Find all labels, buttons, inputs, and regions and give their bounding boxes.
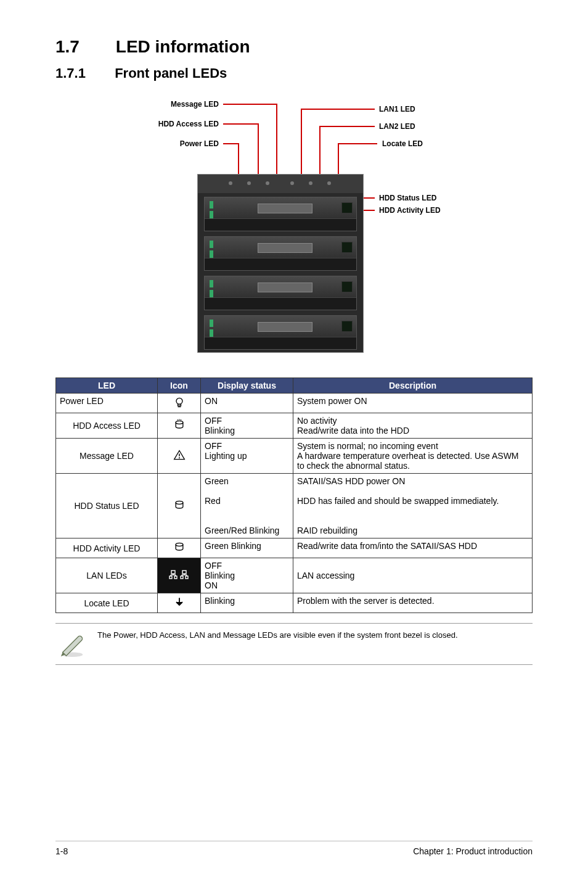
cell-description: Read/write data from/into the SATAII/SAS…: [293, 538, 533, 558]
cell-description: SATAII/SAS HDD power ON HDD has failed a…: [293, 474, 533, 538]
hdd-cylinder-icon: [173, 541, 186, 553]
lan-pair-icon: [169, 569, 190, 580]
section-number: 1.7: [55, 37, 111, 57]
cell-description: System power ON: [293, 394, 533, 413]
svg-rect-1: [178, 404, 181, 406]
cell-status: Green Red Green/Red Blinking: [201, 474, 293, 538]
cell-led-name: Locate LED: [56, 593, 158, 613]
svg-rect-20: [186, 576, 188, 579]
table-row: HDD Access LED OFF Blinking No activity …: [56, 413, 533, 439]
cell-icon: [158, 593, 201, 613]
cell-icon: [158, 439, 201, 474]
led-diagram: Message LED HDD Access LED Power LED LAN…: [55, 94, 533, 359]
cell-description: Problem with the server is detected.: [293, 593, 533, 613]
warning-triangle-icon: [173, 449, 186, 461]
cell-icon: [158, 394, 201, 413]
diagram-label-lan2-led: LAN2 LED: [379, 122, 415, 131]
diagram-label-hdd-activity-led: HDD Activity LED: [379, 206, 441, 215]
th-display-status: Display status: [201, 378, 293, 394]
cell-icon: [158, 413, 201, 439]
cell-status: OFF Blinking ON: [201, 558, 293, 593]
pencil-note-icon: [58, 630, 86, 658]
th-description: Description: [293, 378, 533, 394]
note-callout: The Power, HDD Access, LAN and Message L…: [55, 623, 533, 665]
cell-led-name: HDD Access LED: [56, 413, 158, 439]
diagram-label-hdd-status-led: HDD Status LED: [379, 194, 436, 202]
cell-status: Green Blinking: [201, 538, 293, 558]
svg-point-3: [176, 421, 183, 424]
note-text: The Power, HDD Access, LAN and Message L…: [97, 630, 458, 641]
led-info-table: LED Icon Display status Description Powe…: [55, 377, 533, 613]
diagram-label-locate-led: Locate LED: [382, 139, 423, 148]
table-row: HDD Status LED Green Red Green/Red Blink…: [56, 474, 533, 538]
hdd-cylinder-icon: [173, 499, 186, 511]
cell-description: System is normal; no incoming event A ha…: [293, 439, 533, 474]
cell-icon: [158, 558, 201, 593]
subsection-heading: 1.7.1 Front panel LEDs: [55, 65, 533, 81]
table-header-row: LED Icon Display status Description: [56, 378, 533, 394]
cell-description: LAN accessing: [293, 558, 533, 593]
device-front-image: [197, 174, 364, 353]
svg-rect-19: [181, 576, 183, 579]
svg-point-9: [176, 501, 183, 504]
svg-point-0: [176, 398, 182, 404]
cell-status: OFF Lighting up: [201, 439, 293, 474]
footer-chapter: Chapter 1: Product introduction: [413, 846, 533, 856]
svg-point-10: [176, 543, 183, 546]
table-row: LAN LEDs OFF Blinking ON LAN accessing: [56, 558, 533, 593]
svg-rect-11: [171, 571, 175, 574]
cell-icon: [158, 538, 201, 558]
cell-led-name: HDD Activity LED: [56, 538, 158, 558]
cell-description: No activity Read/write data into the HDD: [293, 413, 533, 439]
cell-led-name: LAN LEDs: [56, 558, 158, 593]
svg-rect-12: [169, 576, 172, 579]
cell-led-name: Message LED: [56, 439, 158, 474]
page-footer: 1-8 Chapter 1: Product introduction: [55, 841, 533, 856]
th-icon: Icon: [158, 378, 201, 394]
subsection-number: 1.7.1: [55, 65, 111, 81]
th-led: LED: [56, 378, 158, 394]
table-row: HDD Activity LED Green Blinking Read/wri…: [56, 538, 533, 558]
cell-status: OFF Blinking: [201, 413, 293, 439]
hdd-cylinder-icon: [173, 419, 186, 431]
diagram-label-message-led: Message LED: [145, 100, 219, 109]
diagram-label-hdd-access-led: HDD Access LED: [145, 120, 219, 128]
table-row: Message LED OFF Lighting up System is no…: [56, 439, 533, 474]
cell-led-name: HDD Status LED: [56, 474, 158, 538]
section-title: LED information: [116, 37, 250, 56]
svg-rect-18: [182, 571, 186, 574]
cell-led-name: Power LED: [56, 394, 158, 413]
section-heading: 1.7 LED information: [55, 37, 533, 57]
cell-status: Blinking: [201, 593, 293, 613]
power-bulb-icon: [173, 396, 186, 408]
table-row: Power LED ON System power ON: [56, 394, 533, 413]
svg-point-8: [179, 457, 180, 458]
table-row: Locate LED Blinking Problem with the ser…: [56, 593, 533, 613]
subsection-title: Front panel LEDs: [115, 65, 227, 81]
diagram-label-power-led: Power LED: [145, 139, 219, 148]
cell-status: ON: [201, 394, 293, 413]
svg-rect-13: [174, 576, 177, 579]
cell-icon: [158, 474, 201, 538]
diagram-label-lan1-led: LAN1 LED: [379, 105, 415, 113]
footer-page-number: 1-8: [55, 846, 68, 856]
locate-arrow-icon: [173, 596, 186, 608]
